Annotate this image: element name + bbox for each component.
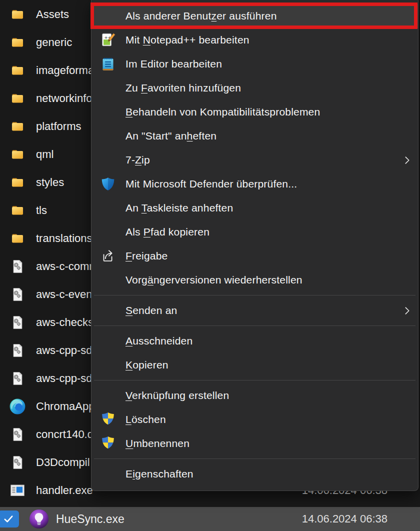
menu-separator — [94, 326, 416, 326]
icon-spacer — [100, 356, 116, 374]
folder-icon — [9, 6, 26, 23]
menu-separator — [94, 458, 416, 459]
menu-item-label: Mit Microsoft Defender überprüfen... — [126, 178, 297, 190]
menu-item[interactable]: Im Editor bearbeiten — [92, 52, 418, 76]
chroma-app-icon — [9, 398, 26, 415]
dll-file-icon — [9, 314, 26, 331]
app-window-icon — [9, 482, 26, 499]
notepad-icon — [100, 55, 116, 73]
menu-item[interactable]: Behandeln von Kompatibilitätsproblemen — [92, 100, 418, 124]
menu-item-label: Freigabe — [126, 250, 168, 262]
file-name: tls — [36, 204, 47, 217]
submenu-chevron-icon — [404, 306, 410, 316]
folder-icon — [9, 174, 26, 191]
icon-spacer — [100, 465, 116, 483]
folder-icon — [9, 62, 26, 79]
menu-item[interactable]: Senden an — [92, 298, 418, 322]
menu-item-label: 7-Zip — [126, 154, 150, 166]
file-name: handler.exe — [36, 484, 93, 497]
uac-shield-icon — [100, 434, 116, 452]
menu-item[interactable]: Mit Microsoft Defender überprüfen... — [92, 172, 418, 196]
icon-spacer — [100, 127, 116, 145]
menu-item-label: Mit Notepad++ bearbeiten — [126, 34, 250, 46]
menu-item[interactable]: Umbenennen — [92, 432, 418, 456]
file-name: aws-c-comm — [36, 260, 98, 273]
menu-item[interactable]: Verknüpfung erstellen — [92, 384, 418, 408]
folder-icon — [9, 202, 26, 219]
menu-item[interactable]: Kopieren — [92, 353, 418, 377]
menu-item-label: Behandeln von Kompatibilitätsproblemen — [126, 106, 320, 118]
file-name: HueSync.exe — [56, 512, 124, 526]
menu-item-label: Löschen — [126, 414, 166, 426]
file-name: platforms — [36, 120, 81, 133]
menu-item[interactable]: Zu Favoriten hinzufügen — [92, 76, 418, 100]
selection-checkbox[interactable] — [0, 510, 19, 528]
menu-item-label: Kopieren — [126, 359, 168, 371]
menu-item-label: Senden an — [126, 304, 177, 316]
dll-file-icon — [9, 258, 26, 275]
menu-item-label: Eigenschaften — [126, 468, 194, 480]
icon-spacer — [100, 79, 116, 97]
menu-item[interactable]: Löschen — [92, 408, 418, 432]
menu-item-label: An Taskleiste anheften — [126, 202, 233, 214]
defender-shield-icon — [100, 175, 116, 193]
file-name: generic — [36, 36, 72, 49]
file-name: networkinfo — [36, 92, 92, 105]
dll-file-icon — [9, 342, 26, 359]
context-menu: Als anderer Benutzer ausführen++Mit Note… — [91, 0, 418, 491]
menu-item[interactable]: Als Pfad kopieren — [92, 220, 418, 244]
uac-shield-icon — [100, 410, 116, 428]
file-name: ChromaApp — [36, 400, 94, 413]
menu-item-label: Zu Favoriten hinzufügen — [126, 82, 241, 94]
date-modified: 14.06.2024 06:38 — [260, 512, 388, 526]
file-name: aws-checks — [36, 316, 94, 329]
icon-spacer — [100, 151, 116, 169]
dll-file-icon — [9, 426, 26, 443]
icon-spacer — [100, 7, 116, 25]
dll-file-icon — [9, 454, 26, 471]
submenu-chevron-icon — [404, 156, 410, 165]
file-name: aws-cpp-sd — [36, 372, 92, 385]
icon-spacer — [100, 302, 116, 320]
file-name: Assets — [36, 8, 69, 21]
file-name: aws-c-event — [36, 288, 96, 301]
file-name: aws-cpp-sd — [36, 344, 92, 357]
menu-item[interactable]: Eigenschaften — [92, 462, 418, 486]
file-name: qml — [36, 148, 54, 161]
file-row[interactable]: HueSync.exe14.06.2024 06:38 — [0, 507, 420, 531]
checkmark-icon — [2, 513, 14, 525]
menu-item-label: Ausschneiden — [126, 335, 192, 347]
menu-separator — [94, 295, 416, 296]
menu-item-label: An "Start" anheften — [126, 130, 216, 142]
menu-item-label: Als Pfad kopieren — [126, 226, 210, 238]
icon-spacer — [100, 103, 116, 121]
menu-item[interactable]: An "Start" anheften — [92, 124, 418, 148]
menu-item-label: Verknüpfung erstellen — [126, 390, 229, 402]
folder-icon — [9, 146, 26, 163]
dll-file-icon — [9, 370, 26, 387]
menu-separator — [94, 380, 416, 380]
file-name: D3Dcompil — [36, 456, 90, 469]
menu-item[interactable]: ++Mit Notepad++ bearbeiten — [92, 28, 418, 52]
menu-item-label: Vorgängerversionen wiederherstellen — [126, 274, 302, 286]
folder-icon — [9, 34, 26, 51]
folder-icon — [9, 230, 26, 247]
icon-spacer — [100, 386, 116, 404]
file-explorer-window: Assetsgenericimageformanetworkinfoplatfo… — [0, 0, 420, 531]
icon-spacer — [100, 223, 116, 241]
menu-item[interactable]: Ausschneiden — [92, 329, 418, 353]
menu-item-label: Umbenennen — [126, 438, 190, 450]
menu-item[interactable]: Als anderer Benutzer ausführen — [92, 4, 418, 28]
icon-spacer — [100, 199, 116, 217]
menu-item[interactable]: Vorgängerversionen wiederherstellen — [92, 268, 418, 292]
menu-item[interactable]: 7-Zip — [92, 148, 418, 172]
folder-icon — [9, 90, 26, 107]
file-name: styles — [36, 176, 64, 189]
file-name: concrt140.d — [36, 428, 94, 441]
menu-item-label: Im Editor bearbeiten — [126, 58, 222, 70]
menu-item[interactable]: An Taskleiste anheften — [92, 196, 418, 220]
icon-spacer — [100, 271, 116, 289]
menu-item[interactable]: Freigabe — [92, 244, 418, 268]
folder-icon — [9, 118, 26, 135]
icon-spacer — [100, 332, 116, 350]
